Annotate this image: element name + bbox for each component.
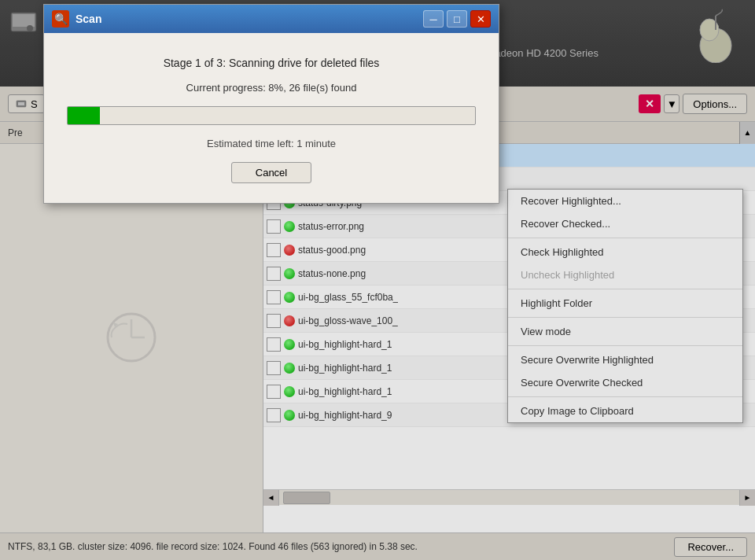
cancel-button[interactable]: Cancel — [231, 162, 311, 183]
dialog-icon: 🔍 — [52, 10, 69, 28]
dialog-titlebar: 🔍 Scan ─ □ ✕ — [44, 5, 499, 33]
dialog-close-button[interactable]: ✕ — [470, 10, 491, 28]
dialog-minimize-button[interactable]: ─ — [423, 10, 444, 28]
progress-bar-container — [67, 106, 476, 125]
dialog-title-controls: ─ □ ✕ — [423, 10, 491, 28]
dialog-progress-text: Current progress: 8%, 26 file(s) found — [186, 82, 357, 94]
dialog-maximize-button[interactable]: □ — [447, 10, 467, 28]
dialog-stage-text: Stage 1 of 3: Scanning drive for deleted… — [164, 57, 380, 69]
dialog-title: Scan — [76, 13, 423, 25]
scan-dialog: 🔍 Scan ─ □ ✕ Stage 1 of 3: Scanning driv… — [43, 4, 499, 204]
progress-bar-fill — [68, 107, 100, 124]
dialog-time-text: Estimated time left: 1 minute — [207, 138, 336, 149]
dialog-content: Stage 1 of 3: Scanning drive for deleted… — [44, 33, 499, 203]
